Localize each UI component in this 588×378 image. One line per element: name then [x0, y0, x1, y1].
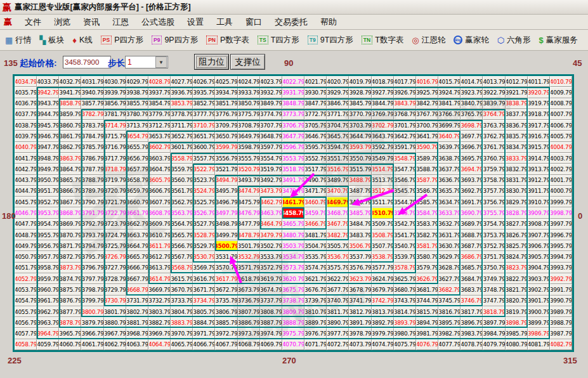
grid-cell-r9c3[interactable]: 3864.79 — [59, 164, 81, 174]
grid-cell-r24c6[interactable]: 3968.79 — [126, 328, 148, 339]
grid-cell-r5c1[interactable]: 4038.79 — [15, 120, 37, 131]
grid-cell-r22c18[interactable]: 3814.79 — [394, 306, 416, 317]
grid-cell-r7c4[interactable]: 3785.79 — [81, 142, 103, 153]
grid-cell-r4c10[interactable]: 3776.79 — [215, 109, 237, 120]
grid-cell-r23c23[interactable]: 3898.79 — [506, 317, 528, 328]
grid-cell-r10c13[interactable]: 3491.79 — [282, 175, 304, 186]
toolbar-item-quote-table[interactable]: ▦行情 — [5, 35, 31, 46]
grid-cell-r23c6[interactable]: 3881.79 — [126, 317, 148, 328]
grid-cell-r20c21[interactable]: 3683.79 — [461, 284, 483, 295]
grid-cell-r14c16[interactable]: 3484.79 — [349, 219, 371, 230]
grid-cell-r22c8[interactable]: 3804.79 — [171, 306, 193, 317]
grid-cell-r7c12[interactable]: 3597.79 — [260, 142, 282, 153]
grid-cell-r19c19[interactable]: 3626.79 — [416, 273, 438, 284]
grid-cell-r14c19[interactable]: 3583.79 — [416, 219, 438, 230]
toolbar-item-t9-square[interactable]: T99T四方形 — [308, 35, 353, 46]
grid-cell-r9c20[interactable]: 3637.79 — [438, 164, 461, 174]
grid-cell-r15c16[interactable]: 3483.79 — [349, 230, 371, 240]
grid-cell-r23c14[interactable]: 3889.79 — [304, 317, 327, 328]
grid-cell-r21c3[interactable]: 3876.79 — [59, 296, 81, 306]
grid-cell-r4c18[interactable]: 3768.79 — [394, 109, 416, 120]
grid-cell-r21c13[interactable]: 3738.79 — [282, 296, 304, 306]
grid-cell-r23c11[interactable]: 3886.79 — [238, 317, 260, 328]
grid-cell-r24c1[interactable]: 4057.79 — [15, 328, 37, 339]
grid-cell-r12c16[interactable]: 3486.79 — [349, 197, 371, 207]
grid-cell-r6c12[interactable]: 3648.79 — [260, 131, 282, 141]
grid-cell-r1c6[interactable]: 4029.79 — [126, 76, 148, 87]
grid-cell-r19c25[interactable]: 3992.79 — [550, 273, 572, 284]
grid-cell-r4c13[interactable]: 3773.79 — [282, 109, 304, 120]
grid-cell-r4c3[interactable]: 3859.79 — [59, 109, 81, 120]
grid-cell-r8c11[interactable]: 3555.79 — [238, 153, 260, 164]
grid-cell-r17c10[interactable]: 3531.79 — [215, 251, 237, 262]
grid-cell-r22c23[interactable]: 3819.79 — [506, 306, 528, 317]
grid-cell-r19c7[interactable]: 3614.79 — [148, 273, 171, 284]
grid-cell-r17c23[interactable]: 3824.79 — [506, 251, 528, 262]
grid-cell-r24c24[interactable]: 3986.79 — [528, 328, 550, 339]
grid-cell-r6c6[interactable]: 3654.79 — [126, 131, 148, 141]
grid-cell-r21c8[interactable]: 3733.79 — [171, 296, 193, 306]
grid-cell-r25c5[interactable]: 4062.79 — [104, 339, 126, 350]
grid-cell-r13c25[interactable]: 3998.79 — [550, 207, 572, 218]
grid-cell-r7c19[interactable]: 3590.79 — [416, 142, 438, 153]
grid-cell-r7c9[interactable]: 3600.79 — [193, 142, 215, 153]
grid-cell-r5c17[interactable]: 3702.79 — [372, 120, 394, 131]
grid-cell-r16c5[interactable]: 3725.79 — [104, 240, 126, 251]
grid-cell-r11c14[interactable]: 3471.79 — [304, 186, 327, 197]
toolbar-item-blocks[interactable]: ▚板块 — [39, 35, 64, 46]
grid-cell-r6c5[interactable]: 3715.79 — [104, 131, 126, 141]
grid-cell-r8c4[interactable]: 3786.79 — [81, 153, 103, 164]
grid-cell-r3c17[interactable]: 3844.79 — [372, 98, 394, 109]
grid-cell-r5c24[interactable]: 3917.79 — [528, 120, 550, 131]
grid-cell-r7c21[interactable]: 3696.79 — [461, 142, 483, 153]
grid-cell-r5c5[interactable]: 3714.79 — [104, 120, 126, 131]
grid-cell-r10c23[interactable]: 3831.79 — [506, 175, 528, 186]
grid-cell-r15c2[interactable]: 3955.79 — [37, 230, 59, 240]
grid-cell-r14c20[interactable]: 3632.79 — [438, 219, 461, 230]
grid-cell-r16c3[interactable]: 3871.79 — [59, 240, 81, 251]
grid-cell-r25c10[interactable]: 4067.79 — [215, 339, 237, 350]
grid-cell-r17c8[interactable]: 3567.79 — [171, 251, 193, 262]
grid-cell-r14c9[interactable]: 3527.79 — [193, 219, 215, 230]
grid-cell-r3c15[interactable]: 3846.79 — [327, 98, 349, 109]
grid-cell-r9c9[interactable]: 3522.79 — [193, 164, 215, 174]
grid-cell-r6c10[interactable]: 3650.79 — [215, 131, 237, 141]
grid-cell-r22c14[interactable]: 3810.79 — [304, 306, 327, 317]
grid-cell-r4c24[interactable]: 3918.79 — [528, 109, 550, 120]
grid-cell-r20c17[interactable]: 3679.79 — [372, 284, 394, 295]
grid-cell-r3c23[interactable]: 3838.79 — [506, 98, 528, 109]
grid-cell-r9c10[interactable]: 3521.79 — [215, 164, 237, 174]
grid-cell-r14c3[interactable]: 3869.79 — [59, 219, 81, 230]
grid-cell-r23c22[interactable]: 3897.79 — [483, 317, 505, 328]
grid-cell-r2c23[interactable]: 3921.79 — [506, 87, 528, 98]
grid-cell-r14c4[interactable]: 3792.79 — [81, 219, 103, 230]
grid-cell-r1c10[interactable]: 4025.79 — [215, 76, 237, 87]
grid-cell-r7c10[interactable]: 3599.79 — [215, 142, 237, 153]
grid-cell-r8c15[interactable]: 3551.79 — [327, 153, 349, 164]
grid-cell-r6c8[interactable]: 3652.79 — [171, 131, 193, 141]
grid-cell-r25c1[interactable]: 4058.79 — [15, 339, 37, 350]
grid-cell-r16c9[interactable]: 3529.79 — [193, 240, 215, 251]
grid-cell-r16c10[interactable]: 3500.79 — [215, 240, 237, 251]
grid-cell-r6c16[interactable]: 3644.79 — [349, 131, 371, 141]
grid-cell-r15c4[interactable]: 3793.79 — [81, 230, 103, 240]
grid-cell-r20c10[interactable]: 3672.79 — [215, 284, 237, 295]
grid-cell-r23c3[interactable]: 3878.79 — [59, 317, 81, 328]
grid-cell-r6c22[interactable]: 3762.79 — [483, 131, 505, 141]
grid-cell-r22c17[interactable]: 3813.79 — [372, 306, 394, 317]
grid-cell-r2c12[interactable]: 3932.79 — [260, 87, 282, 98]
grid-cell-r9c25[interactable]: 4002.79 — [550, 164, 572, 174]
grid-cell-r3c16[interactable]: 3845.79 — [349, 98, 371, 109]
grid-cell-r5c6[interactable]: 3713.79 — [126, 120, 148, 131]
grid-cell-r24c8[interactable]: 3970.79 — [171, 328, 193, 339]
grid-cell-r12c14[interactable]: 3460.79 — [304, 197, 327, 207]
grid-cell-r19c15[interactable]: 3622.79 — [327, 273, 349, 284]
grid-cell-r16c14[interactable]: 3504.79 — [304, 240, 327, 251]
grid-cell-r13c14[interactable]: 3459.79 — [304, 207, 327, 218]
grid-cell-r10c5[interactable]: 3719.79 — [104, 175, 126, 186]
grid-cell-r13c3[interactable]: 3868.79 — [59, 207, 81, 218]
grid-cell-r1c15[interactable]: 4020.79 — [327, 76, 349, 87]
grid-cell-r25c14[interactable]: 4071.79 — [304, 339, 327, 350]
grid-cell-r17c1[interactable]: 4050.79 — [15, 251, 37, 262]
grid-cell-r15c7[interactable]: 3610.79 — [148, 230, 171, 240]
